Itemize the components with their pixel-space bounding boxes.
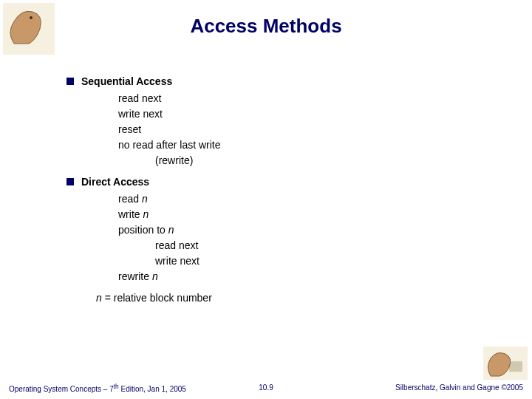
content-line: position to n <box>66 222 221 238</box>
svg-rect-3 <box>509 361 522 372</box>
content-line: no read after last write <box>66 137 221 153</box>
square-bullet-icon <box>66 178 74 185</box>
content-line: write n <box>66 207 221 222</box>
section-heading: Direct Access <box>81 174 149 190</box>
slide-content: Sequential Accessread nextwrite nextrese… <box>66 74 221 306</box>
content-line: rewrite n <box>66 269 221 284</box>
dinosaur-logo-top <box>3 3 55 55</box>
footnote-line: n = relative block number <box>66 290 221 306</box>
content-line: (rewrite) <box>66 153 221 168</box>
svg-point-1 <box>30 16 33 19</box>
content-line: reset <box>66 122 221 137</box>
square-bullet-icon <box>66 78 74 85</box>
footer-right: Silberschatz, Galvin and Gagne ©2005 <box>395 383 523 392</box>
bullet-item: Direct Access <box>66 174 221 190</box>
content-line: read n <box>66 191 221 207</box>
section-heading: Sequential Access <box>81 74 172 89</box>
slide-footer: Operating System Concepts – 7th Edition,… <box>0 383 532 393</box>
dinosaur-logo-bottom <box>483 347 528 380</box>
footer-page-number: 10.9 <box>259 383 273 392</box>
content-line: write next <box>66 253 221 269</box>
content-line: read next <box>66 238 221 253</box>
footer-left: Operating System Concepts – 7th Edition,… <box>9 383 186 393</box>
content-line: write next <box>66 106 221 122</box>
content-line: read next <box>66 91 221 106</box>
bullet-item: Sequential Access <box>66 74 221 89</box>
slide-title: Access Methods <box>0 0 532 38</box>
